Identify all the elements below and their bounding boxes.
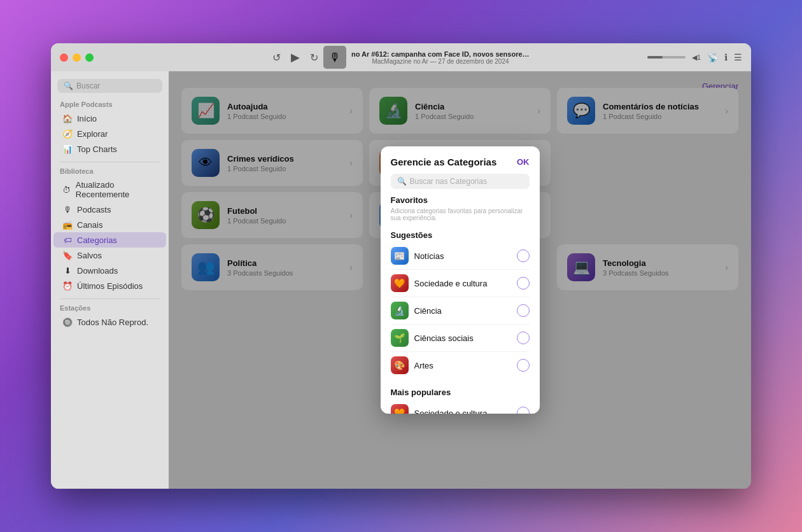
- latest-episodes-icon: ⏰: [62, 281, 73, 291]
- modal-search-input[interactable]: 🔍 Buscar nas Categorias: [391, 174, 530, 189]
- now-playing-title: no Ar #612: campanha com Face ID, novos …: [351, 50, 530, 58]
- title-bar: ↺ ▶ ↻ 🎙 no Ar #612: campanha com Face ID…: [51, 43, 751, 71]
- apple-podcasts-section: Apple Podcasts: [51, 101, 169, 111]
- podcasts-icon: 🎙: [62, 204, 73, 214]
- modal-ok-button[interactable]: OK: [517, 157, 530, 167]
- sugestoes-item-artes[interactable]: 🎨 Artes: [391, 352, 530, 379]
- noticias-item-label: Notícias: [414, 251, 511, 261]
- favoritos-section: Favoritos Adiciona categorias favoritas …: [391, 195, 530, 221]
- modal-body: Favoritos Adiciona categorias favoritas …: [381, 195, 540, 414]
- main-content: 🔍 Buscar Apple Podcasts 🏠 Início 🧭 Explo…: [51, 71, 751, 489]
- sidebar-item-categorias[interactable]: 🏷 Categorias: [53, 232, 166, 248]
- sidebar-item-atualizado[interactable]: ⏱ Atualizado Recentemente: [53, 178, 166, 202]
- sugestoes-section: Sugestões 📰 Notícias 🧡 Sociedade e cultu…: [391, 230, 530, 379]
- home-icon: 🏠: [62, 113, 73, 123]
- mp-item-sociedade[interactable]: 🧡 Sociedade e cultura: [391, 400, 530, 414]
- top-charts-icon: 📊: [62, 144, 73, 154]
- play-button[interactable]: ▶: [291, 50, 300, 64]
- mais-populares-title: Mais populares: [391, 388, 530, 397]
- playback-controls: ↺ ▶ ↻: [272, 50, 318, 64]
- now-playing-source: MacMagazine no Ar — 27 de dezembro de 20…: [372, 58, 509, 65]
- sugestoes-item-sociedade[interactable]: 🧡 Sociedade e cultura: [391, 270, 530, 297]
- sidebar-item-top-charts[interactable]: 📊 Top Charts: [53, 141, 166, 157]
- mp-sociedade-checkbox[interactable]: [517, 407, 530, 414]
- explore-icon: 🧭: [62, 129, 73, 139]
- modal-search-icon: 🔍: [397, 177, 407, 186]
- downloads-icon: ⬇: [62, 265, 73, 276]
- title-center: ↺ ▶ ↻ 🎙 no Ar #612: campanha com Face ID…: [272, 46, 530, 69]
- mp-sociedade-label: Sociedade e cultura: [414, 409, 511, 414]
- biblioteca-section-title: Biblioteca: [51, 167, 169, 178]
- sidebar-item-podcasts[interactable]: 🎙 Podcasts: [53, 202, 166, 217]
- noticias-checkbox[interactable]: [517, 249, 530, 262]
- favoritos-title: Favoritos: [391, 195, 530, 205]
- csociais-checkbox[interactable]: [517, 332, 530, 344]
- title-right-controls: ◀1 📡 ℹ ☰: [647, 52, 742, 62]
- sociedade-item-icon: 🧡: [391, 274, 409, 292]
- modal-title: Gerencie as Categorias: [391, 157, 497, 167]
- categories-icon: 🏷: [62, 235, 73, 245]
- estacoes-section-title: Estações: [51, 304, 169, 314]
- sidebar-item-salvos[interactable]: 🔖 Salvos: [53, 248, 166, 263]
- traffic-lights: [60, 53, 94, 62]
- mp-sociedade-icon: 🧡: [391, 404, 409, 414]
- close-button[interactable]: [60, 53, 68, 62]
- menu-icon[interactable]: ☰: [734, 52, 742, 62]
- sociedade-checkbox[interactable]: [517, 277, 530, 290]
- manage-categories-modal: Gerencie as Categorias OK 🔍 Buscar nas C…: [381, 146, 540, 414]
- artes-checkbox[interactable]: [517, 359, 530, 372]
- ciencia-item-label: Ciência: [414, 306, 511, 316]
- sidebar-item-downloads[interactable]: ⬇ Downloads: [53, 263, 166, 278]
- csociais-item-label: Ciências sociais: [414, 333, 511, 343]
- volume-slider[interactable]: [647, 56, 686, 59]
- maximize-button[interactable]: [85, 53, 94, 62]
- sidebar-divider-1: [60, 162, 160, 162]
- modal-overlay[interactable]: Gerencie as Categorias OK 🔍 Buscar nas C…: [169, 71, 751, 489]
- sugestoes-title: Sugestões: [391, 230, 530, 240]
- search-icon: 🔍: [64, 81, 73, 90]
- sidebar: 🔍 Buscar Apple Podcasts 🏠 Início 🧭 Explo…: [51, 71, 169, 489]
- ciencia-item-icon: 🔬: [391, 302, 409, 319]
- search-input[interactable]: 🔍 Buscar: [57, 79, 162, 93]
- app-window: ↺ ▶ ↻ 🎙 no Ar #612: campanha com Face ID…: [51, 43, 751, 489]
- unplayed-icon: 🔘: [62, 317, 73, 327]
- saved-icon: 🔖: [62, 250, 73, 260]
- noticias-item-icon: 📰: [391, 247, 409, 265]
- channels-icon: 📻: [62, 220, 73, 230]
- artes-item-label: Artes: [414, 361, 511, 370]
- sugestoes-item-ciencia[interactable]: 🔬 Ciência: [391, 297, 530, 325]
- info-icon[interactable]: ℹ: [724, 52, 728, 62]
- now-playing-info: no Ar #612: campanha com Face ID, novos …: [351, 50, 530, 65]
- sidebar-divider-2: [60, 298, 160, 299]
- sidebar-item-canais[interactable]: 📻 Canais: [53, 217, 166, 232]
- csociais-item-icon: 🌱: [391, 329, 409, 347]
- modal-header: Gerencie as Categorias OK: [381, 146, 540, 167]
- sugestoes-item-csociais[interactable]: 🌱 Ciências sociais: [391, 325, 530, 352]
- sidebar-item-inicio[interactable]: 🏠 Início: [53, 111, 166, 126]
- minimize-button[interactable]: [73, 53, 81, 62]
- recently-updated-icon: ⏱: [62, 185, 71, 195]
- artes-item-icon: 🎨: [391, 356, 409, 374]
- forward-icon[interactable]: ↻: [310, 52, 318, 64]
- sociedade-item-label: Sociedade e cultura: [414, 279, 511, 288]
- sidebar-item-explorar[interactable]: 🧭 Explorar: [53, 126, 166, 141]
- content-area: Gerenciar 📈 Autoajuda 1 Podcast Seguido …: [169, 71, 751, 489]
- ciencia-checkbox[interactable]: [517, 304, 530, 317]
- sugestoes-item-noticias[interactable]: 📰 Notícias: [391, 242, 530, 270]
- sidebar-item-ultimos-episodios[interactable]: ⏰ Últimos Episódios: [53, 278, 166, 293]
- airplay-icon[interactable]: 📡: [707, 52, 718, 62]
- favoritos-subtitle: Adiciona categorias favoritas para perso…: [391, 207, 530, 221]
- mais-populares-section: Mais populares 🧡 Sociedade e cultura 🎬 D…: [391, 388, 530, 414]
- sidebar-item-nao-reprod[interactable]: 🔘 Todos Não Reprod.: [53, 314, 166, 330]
- rewind-icon[interactable]: ↺: [272, 52, 281, 64]
